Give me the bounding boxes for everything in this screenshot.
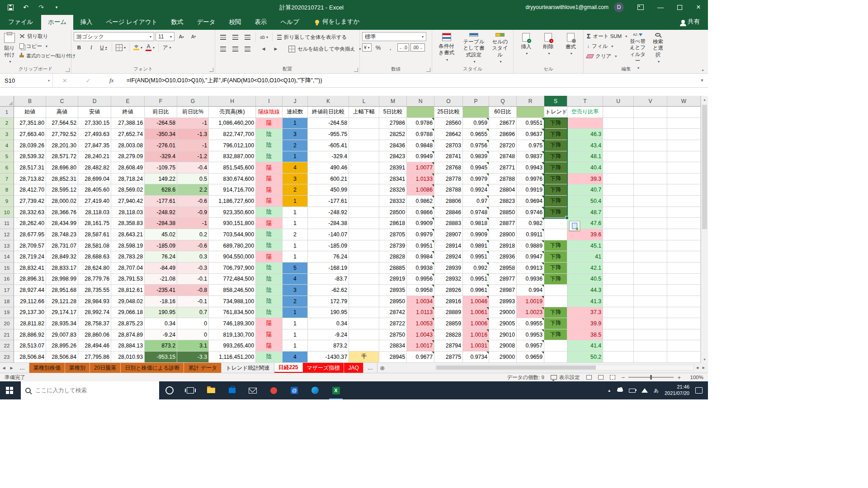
- cell-G7[interactable]: 0.5: [177, 174, 209, 185]
- orientation-button[interactable]: ab: [259, 33, 269, 42]
- row-header-23[interactable]: 23: [0, 352, 14, 363]
- currency-format-button[interactable]: ¥: [362, 43, 372, 52]
- cell-M19[interactable]: 28742: [379, 307, 407, 319]
- cell-T8[interactable]: 40.7: [567, 184, 603, 196]
- cell-J20[interactable]: 1: [283, 318, 308, 329]
- cell-S23[interactable]: [544, 352, 567, 363]
- cell-H8[interactable]: 914,716,700: [209, 184, 256, 196]
- cell-Q13[interactable]: 28918: [489, 240, 517, 252]
- cell-N22[interactable]: 1.0017: [407, 340, 434, 352]
- cell-P4[interactable]: 0.9756: [463, 140, 489, 151]
- cell-M21[interactable]: 28750: [379, 329, 407, 341]
- scroll-right-arrow-icon[interactable]: ▶: [701, 365, 707, 371]
- tell-me-search[interactable]: 何をしますか: [315, 18, 360, 30]
- sheet-tab-累計 データ[interactable]: 累計 データ: [184, 363, 222, 373]
- cell-F5[interactable]: -329.4: [145, 151, 177, 163]
- cell-C10[interactable]: 28,366.76: [46, 207, 78, 218]
- cell-O4[interactable]: 28703: [434, 140, 463, 151]
- cell-W23[interactable]: [667, 352, 701, 363]
- cell-Q6[interactable]: 28771: [489, 162, 517, 174]
- column-header-E[interactable]: E: [111, 96, 145, 107]
- cell-V11[interactable]: [634, 218, 667, 229]
- cell-B15[interactable]: 28,832.41: [14, 263, 46, 274]
- sheet-tab-日別と株価による診断[interactable]: 日別と株価による診断: [121, 363, 184, 373]
- cell-Q11[interactable]: 28877: [489, 218, 517, 229]
- cell-M10[interactable]: 28500: [379, 207, 407, 218]
- cell-G10[interactable]: -0.9: [177, 207, 209, 218]
- cell-B16[interactable]: 28,896.31: [14, 274, 46, 285]
- cell-M20[interactable]: 28722: [379, 318, 407, 329]
- column-header-W[interactable]: W: [667, 96, 701, 107]
- cell-S11[interactable]: [544, 218, 567, 229]
- cell-C20[interactable]: 28,935.34: [46, 318, 78, 329]
- taskbar-search-input[interactable]: [34, 387, 145, 394]
- sheet-tab-マザーズ指標[interactable]: マザーズ指標: [303, 363, 344, 373]
- cell-Q15[interactable]: 28958: [489, 263, 517, 274]
- column-header-J[interactable]: J: [283, 96, 308, 107]
- cell-O3[interactable]: 28642: [434, 129, 463, 140]
- cell-I6[interactable]: 陽: [256, 162, 283, 174]
- cell-V2[interactable]: [634, 118, 667, 129]
- cell-F3[interactable]: -350.34: [145, 129, 177, 140]
- cell-K4[interactable]: -605.41: [308, 140, 349, 151]
- dialog-launcher-icon[interactable]: [209, 68, 213, 72]
- cell-U7[interactable]: [603, 174, 634, 185]
- copy-button[interactable]: コピー: [18, 41, 77, 51]
- cell-U11[interactable]: [603, 218, 634, 229]
- cell-B7[interactable]: 28,713.82: [14, 174, 46, 185]
- cell-K5[interactable]: -329.4: [308, 151, 349, 163]
- cell-R3[interactable]: 0.9637: [517, 129, 544, 140]
- cell-D21[interactable]: 28,860.06: [78, 329, 111, 341]
- cell-K15[interactable]: -168.19: [308, 263, 349, 274]
- header-cell-G1[interactable]: 前日比%: [177, 107, 209, 118]
- cell-M15[interactable]: 28885: [379, 263, 407, 274]
- cell-O22[interactable]: 28794: [434, 340, 463, 352]
- cell-F7[interactable]: 149.22: [145, 174, 177, 185]
- cell-S10[interactable]: 下降: [544, 207, 567, 218]
- cell-S5[interactable]: 下降: [544, 151, 567, 163]
- cell-G6[interactable]: -0.4: [177, 162, 209, 174]
- cell-R20[interactable]: 0.9955: [517, 318, 544, 329]
- cell-B22[interactable]: 28,513.07: [14, 340, 46, 352]
- align-top-button[interactable]: [217, 33, 228, 42]
- cell-I12[interactable]: 陰: [256, 229, 283, 240]
- cell-E18[interactable]: 29,048.02: [111, 296, 145, 307]
- column-header-N[interactable]: N: [407, 96, 434, 107]
- cell-K19[interactable]: 190.95: [308, 307, 349, 319]
- cell-D4[interactable]: 27,847.35: [78, 140, 111, 151]
- cell-E19[interactable]: 29,066.18: [111, 307, 145, 319]
- onedrive-button[interactable]: [617, 389, 623, 392]
- header-cell-U1[interactable]: [603, 107, 634, 118]
- cell-J7[interactable]: 3: [283, 174, 308, 185]
- cell-U22[interactable]: [603, 340, 634, 352]
- tab-ホーム[interactable]: ホーム: [41, 15, 73, 30]
- cell-S14[interactable]: 下降: [544, 251, 567, 263]
- cell-N9[interactable]: 0.9862: [407, 196, 434, 207]
- cell-O7[interactable]: 28778: [434, 174, 463, 185]
- header-cell-K1[interactable]: 終値前日比較: [308, 107, 349, 118]
- minimize-button[interactable]: —: [651, 0, 670, 14]
- cell-K18[interactable]: 172.79: [308, 296, 349, 307]
- column-header-C[interactable]: C: [46, 96, 78, 107]
- cell-I18[interactable]: 陰: [256, 296, 283, 307]
- cell-E16[interactable]: 28,791.53: [111, 274, 145, 285]
- row-header-1[interactable]: 1: [0, 107, 14, 118]
- cell-M7[interactable]: 28341: [379, 174, 407, 185]
- cell-P8[interactable]: 0.9924: [463, 184, 489, 196]
- cell-W11[interactable]: [667, 218, 701, 229]
- cell-P5[interactable]: 0.9839: [463, 151, 489, 163]
- cell-I14[interactable]: 陽: [256, 251, 283, 263]
- cell-S22[interactable]: [544, 340, 567, 352]
- cell-W8[interactable]: [667, 184, 701, 196]
- row-header-20[interactable]: 20: [0, 318, 14, 329]
- cell-S12[interactable]: [544, 229, 567, 240]
- number-format-select[interactable]: 標準: [362, 32, 426, 41]
- column-header-S[interactable]: S: [544, 96, 567, 107]
- cell-T16[interactable]: 40.5: [567, 274, 603, 285]
- column-header-I[interactable]: I: [256, 96, 283, 107]
- cell-G9[interactable]: -0.6: [177, 196, 209, 207]
- cell-C23[interactable]: 28,506.84: [46, 352, 78, 363]
- cell-R14[interactable]: 0.9947: [517, 251, 544, 263]
- cell-K21[interactable]: -9.24: [308, 329, 349, 341]
- cell-R5[interactable]: 0.9837: [517, 151, 544, 163]
